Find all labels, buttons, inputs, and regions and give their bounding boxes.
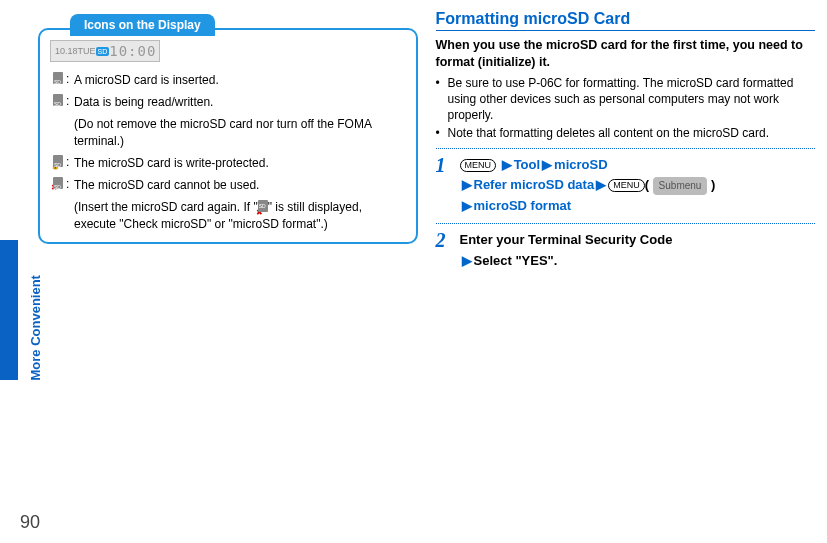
right-column: Formatting microSD Card When you use the…	[426, 10, 820, 533]
page-number: 90	[20, 512, 40, 533]
bullet-2-text: Note that formatting deletes all content…	[448, 125, 816, 141]
side-tab-label: More Convenient	[28, 251, 43, 381]
dotted-separator	[436, 148, 816, 149]
sub-readwrite: (Do not remove the microSD card nor turn…	[74, 116, 406, 148]
submenu-pill: Submenu	[653, 177, 708, 195]
sd-unusable-icon	[50, 177, 66, 192]
icon-row-unusable: : The microSD card cannot be used.	[50, 177, 406, 193]
status-sd-icon: SD	[96, 47, 110, 56]
icon-row-inserted: : A microSD card is inserted.	[50, 72, 406, 88]
arrow-icon: ▶	[462, 198, 472, 213]
dotted-separator	[436, 223, 816, 224]
arrow-icon: ▶	[542, 157, 552, 172]
arrow-icon: ▶	[462, 177, 472, 192]
bullet-1-text: Be sure to use P-06C for formatting. The…	[448, 75, 816, 124]
bullet-dot: •	[436, 75, 448, 124]
status-bar-illustration: 10.18TUE SD 10:00	[50, 40, 160, 62]
step-1: 1 MENU ▶Tool▶microSD ▶Refer microSD data…	[436, 155, 816, 217]
icon-row-protected: : The microSD card is write-protected.	[50, 155, 406, 171]
arrow-icon: ▶	[596, 177, 606, 192]
step1-format: microSD format	[474, 198, 572, 213]
step1-microsd: microSD	[554, 157, 607, 172]
paren-open: (	[645, 177, 653, 192]
colon: :	[66, 155, 74, 169]
colon: :	[66, 94, 74, 108]
sub-unusable: (Insert the microSD card again. If "" is…	[74, 199, 406, 232]
step1-tool: Tool	[514, 157, 540, 172]
desc-unusable: The microSD card cannot be used.	[74, 177, 406, 193]
icon-row-readwrite: : Data is being read/written.	[50, 94, 406, 110]
side-tab-bar	[0, 240, 18, 380]
bullet-dot: •	[436, 125, 448, 141]
sd-unusable-inline-icon	[258, 200, 268, 216]
paren-close: )	[707, 177, 715, 192]
step2-line1: Enter your Terminal Security Code	[460, 232, 673, 247]
desc-readwrite: Data is being read/written.	[74, 94, 406, 110]
step1-refer: Refer microSD data	[474, 177, 595, 192]
intro-text: When you use the microSD card for the fi…	[436, 37, 816, 71]
box-title: Icons on the Display	[70, 14, 215, 36]
left-column: Icons on the Display 10.18TUE SD 10:00 :…	[30, 10, 426, 533]
desc-protected: The microSD card is write-protected.	[74, 155, 406, 171]
bullet-1: • Be sure to use P-06C for formatting. T…	[436, 75, 816, 124]
sd-protected-icon	[50, 155, 66, 170]
sd-readwrite-icon	[50, 94, 66, 109]
colon: :	[66, 72, 74, 86]
bullet-2: • Note that formatting deletes all conte…	[436, 125, 816, 141]
colon: :	[66, 177, 74, 191]
step2-line2: Select "YES".	[474, 253, 558, 268]
icons-on-display-box: Icons on the Display 10.18TUE SD 10:00 :…	[38, 28, 418, 244]
status-clock: 10:00	[109, 43, 156, 59]
sub-unusable-pre: (Insert the microSD card again. If "	[74, 200, 258, 214]
step-1-body: MENU ▶Tool▶microSD ▶Refer microSD data▶M…	[460, 155, 816, 217]
desc-inserted: A microSD card is inserted.	[74, 72, 406, 88]
section-title: Formatting microSD Card	[436, 10, 816, 31]
arrow-icon: ▶	[462, 253, 472, 268]
step-1-number: 1	[436, 155, 454, 217]
step-2-body: Enter your Terminal Security Code ▶Selec…	[460, 230, 816, 272]
sd-inserted-icon	[50, 72, 66, 87]
step-2: 2 Enter your Terminal Security Code ▶Sel…	[436, 230, 816, 272]
arrow-icon: ▶	[502, 157, 512, 172]
step-2-number: 2	[436, 230, 454, 272]
status-date: 10.18TUE	[55, 46, 96, 56]
menu-key-icon: MENU	[460, 159, 497, 172]
menu-key-icon: MENU	[608, 179, 645, 192]
